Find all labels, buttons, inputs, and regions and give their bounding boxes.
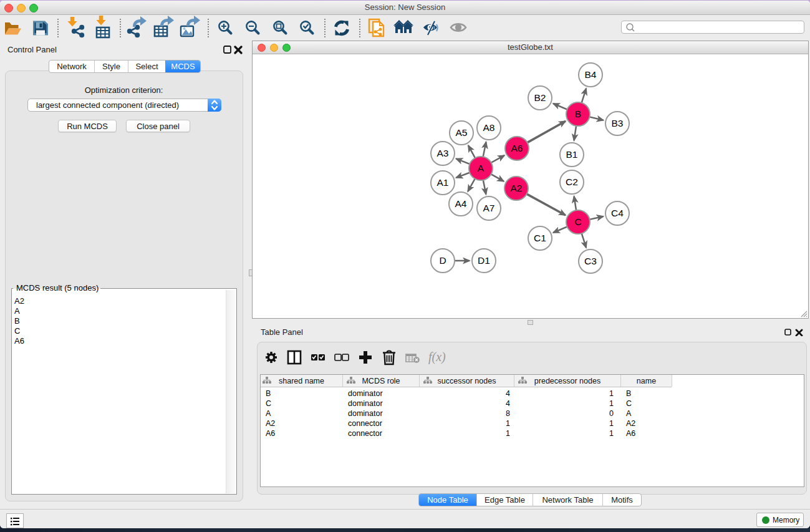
svg-text:A8: A8 [483, 122, 495, 133]
svg-text:A3: A3 [437, 148, 449, 158]
svg-text:A5: A5 [456, 127, 468, 138]
svg-text:B4: B4 [585, 69, 597, 80]
svg-text:B3: B3 [612, 118, 624, 128]
svg-text:A2: A2 [511, 183, 523, 193]
svg-text:C3: C3 [584, 256, 597, 266]
svg-text:C: C [574, 216, 581, 227]
svg-text:B1: B1 [566, 149, 578, 160]
svg-text:C4: C4 [611, 208, 624, 218]
svg-text:D1: D1 [478, 255, 490, 266]
svg-text:A4: A4 [455, 198, 467, 209]
svg-text:A7: A7 [483, 203, 495, 213]
svg-text:A6: A6 [511, 143, 523, 153]
svg-text:A1: A1 [437, 177, 449, 188]
svg-text:B2: B2 [534, 92, 546, 103]
svg-text:D: D [439, 255, 446, 266]
svg-text:B: B [575, 109, 581, 119]
svg-text:C2: C2 [566, 177, 578, 187]
svg-text:A: A [478, 163, 485, 173]
svg-text:C1: C1 [534, 233, 546, 243]
